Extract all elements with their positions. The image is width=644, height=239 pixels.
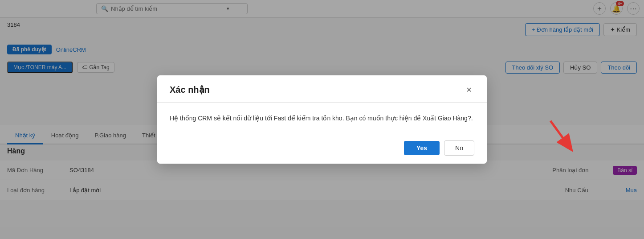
no-button[interactable]: No — [444, 140, 474, 156]
yes-button[interactable]: Yes — [404, 141, 440, 155]
dialog-body: Hệ thống CRM sẽ kết nối dữ liệu tới Fast… — [157, 103, 487, 134]
dialog-footer: Yes No — [157, 134, 487, 164]
dialog-close-button[interactable]: × — [464, 84, 474, 95]
dialog-header: Xác nhận × — [157, 75, 487, 103]
dialog-title: Xác nhận — [170, 84, 210, 95]
confirm-dialog: Xác nhận × Hệ thống CRM sẽ kết nối dữ li… — [157, 75, 487, 164]
dialog-message: Hệ thống CRM sẽ kết nối dữ liệu tới Fast… — [170, 115, 473, 122]
